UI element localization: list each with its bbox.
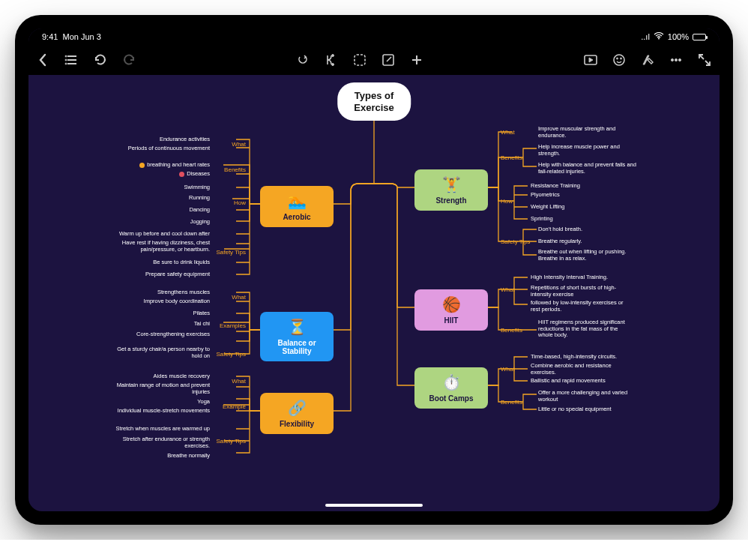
leaf[interactable]: Swimming [184, 184, 210, 191]
leaf[interactable]: followed by low-intensity exercises or r… [531, 300, 623, 313]
sub-safety[interactable]: Safety Tips [501, 238, 531, 245]
sub-how[interactable]: How [234, 199, 246, 206]
leaf[interactable]: Jogging [190, 219, 210, 226]
edit-icon[interactable] [381, 52, 396, 67]
sub-examples[interactable]: Examples [220, 322, 246, 329]
sub-what[interactable]: What [501, 366, 515, 373]
node-strength[interactable]: 🏋️ Strength [414, 169, 488, 211]
leaf[interactable]: Stretch after endurance or strength exer… [123, 436, 210, 449]
leaf[interactable]: Be sure to drink liquids [153, 259, 210, 266]
leaf[interactable]: Have rest if having dizziness, chest pai… [122, 240, 210, 253]
leaf[interactable]: Periods of continuous movement [128, 145, 210, 152]
leaf[interactable]: Little or no special equipment [538, 406, 612, 413]
node-strength-label: Strength [435, 196, 466, 205]
leaf[interactable]: Tai chi [194, 321, 210, 328]
select-icon[interactable] [352, 52, 367, 67]
leaf[interactable]: Diseases [179, 171, 210, 178]
sub-what[interactable]: What [501, 129, 515, 136]
leaf[interactable]: Breathe out when lifting or pushing. Bre… [538, 249, 627, 262]
leaf[interactable]: Stretch when muscles are warmed up [116, 426, 210, 433]
balance-icon: ⏳ [265, 319, 329, 334]
leaf[interactable]: Core-strengthening exercises [136, 331, 210, 338]
leaf[interactable]: Time-based, high-intensity circuits. [531, 354, 617, 361]
svg-point-14 [678, 58, 681, 61]
leaf[interactable]: Weight Lifting [531, 204, 564, 211]
mindmap-canvas[interactable]: Types of Exercise 🏊 Aerobic ⏳ Balance or… [28, 75, 720, 511]
sub-what[interactable]: What [501, 286, 515, 293]
leaf[interactable]: Help increase muscle power and strength. [538, 144, 620, 157]
leaf[interactable]: Aides muscle recovery [154, 373, 210, 380]
node-flex-label: Flexibility [280, 420, 314, 428]
swimming-icon: 🏊 [265, 193, 329, 208]
root-node[interactable]: Types of Exercise [337, 82, 411, 121]
leaf[interactable]: Maintain range of motion and prevent inj… [117, 382, 210, 395]
sub-benefits[interactable]: Benefits [501, 399, 522, 406]
leaf[interactable]: Sprinting [531, 216, 553, 223]
leaf[interactable]: Pilates [193, 310, 210, 317]
sub-what[interactable]: What [232, 141, 246, 148]
leaf[interactable]: Yoga [197, 399, 210, 406]
leaf[interactable]: Offer a more challenging and varied work… [538, 390, 627, 403]
leaf[interactable]: Prepare safety equipment [145, 271, 210, 278]
node-balance-label: Balance or Stability [277, 339, 316, 355]
node-balance[interactable]: ⏳ Balance or Stability [260, 312, 334, 361]
svg-point-3 [65, 63, 67, 64]
leaf[interactable]: Strengthens muscles [157, 289, 210, 296]
link-icon[interactable] [295, 52, 310, 67]
leaf[interactable]: Combine aerobic and resistance exercises… [531, 363, 612, 376]
battery-icon [693, 34, 706, 40]
home-indicator[interactable] [325, 504, 423, 507]
svg-point-2 [65, 59, 67, 61]
leaf[interactable]: Improve body coordination [144, 298, 210, 305]
node-hiit[interactable]: 🏀 HIIT [414, 289, 488, 331]
back-icon[interactable] [36, 52, 51, 67]
sub-example[interactable]: Example [223, 403, 246, 410]
add-icon[interactable] [409, 52, 424, 67]
sub-safety[interactable]: Safety Tips [216, 351, 246, 358]
svg-point-12 [671, 58, 673, 61]
leaf[interactable]: Endurance activities [160, 136, 210, 143]
sub-what[interactable]: What [232, 378, 246, 385]
list-icon[interactable] [64, 52, 79, 67]
play-icon[interactable] [583, 52, 598, 67]
node-aerobic[interactable]: 🏊 Aerobic [260, 186, 334, 227]
sub-safety[interactable]: Safety Tips [216, 438, 246, 445]
leaf[interactable]: breathing and heart rates [139, 162, 210, 169]
svg-point-11 [621, 58, 622, 59]
status-date: Mon Jun 3 [63, 32, 101, 41]
emoji-icon[interactable] [612, 52, 627, 67]
leaf[interactable]: Plyometrics [531, 192, 560, 199]
branch-icon[interactable] [324, 52, 339, 67]
leaf[interactable]: Running [189, 195, 210, 202]
leaf[interactable]: Get a sturdy chair/a person nearby to ho… [117, 346, 210, 359]
node-aerobic-label: Aerobic [283, 213, 310, 221]
undo-icon[interactable] [93, 52, 108, 67]
more-icon[interactable] [669, 52, 684, 67]
status-left: 9:41 Mon Jun 3 [42, 32, 101, 41]
leaf[interactable]: High Intensity Interval Training. [531, 274, 608, 281]
svg-point-10 [617, 58, 618, 59]
sub-how[interactable]: How [501, 198, 513, 205]
sub-benefits[interactable]: Benefits [501, 154, 522, 161]
leaf[interactable]: Don't hold breath. [538, 226, 582, 233]
expand-icon[interactable] [697, 52, 712, 67]
leaf[interactable]: Improve muscular strength and endurance. [538, 126, 615, 139]
sub-what[interactable]: What [232, 294, 246, 301]
sub-safety[interactable]: Safety Tips [216, 249, 246, 256]
leaf[interactable]: Dancing [189, 207, 210, 214]
leaf[interactable]: Ballistic and rapid movements [531, 378, 606, 385]
node-bootcamps[interactable]: ⏱️ Boot Camps [414, 367, 488, 409]
leaf[interactable]: Resistance Training [531, 183, 580, 190]
leaf[interactable]: Breathe regularly. [538, 238, 582, 245]
style-icon[interactable] [640, 52, 655, 67]
leaf[interactable]: Individual muscle-stretch movements [118, 408, 210, 415]
leaf[interactable]: Help with balance and prevent falls and … [538, 162, 636, 175]
node-flexibility[interactable]: 🔗 Flexibility [260, 393, 334, 434]
redo-icon[interactable] [121, 52, 136, 67]
leaf[interactable]: Breathe normally [167, 453, 210, 460]
leaf[interactable]: Repetitions of short bursts of high- int… [531, 285, 616, 298]
sub-benefits[interactable]: Benefits [224, 166, 246, 173]
leaf[interactable]: HIIT regimens produced significant reduc… [538, 319, 625, 339]
leaf[interactable]: Warm up before and cool down after [119, 231, 210, 238]
sub-benefits[interactable]: Benefits [501, 327, 522, 334]
